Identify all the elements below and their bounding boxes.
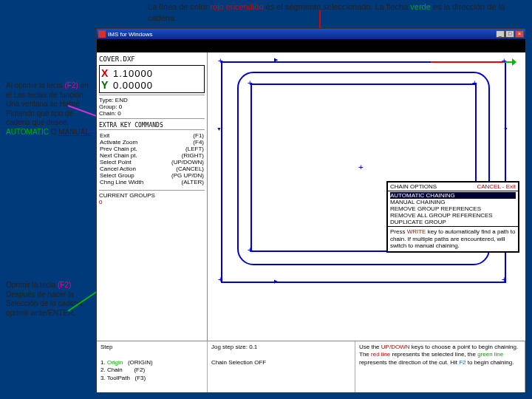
popup-options: AUTOMATIC CHAINING MANUAL CHAINING REMOV… xyxy=(388,191,518,226)
bottom-panel: Step 1. Origin (ORIGIN) 2. Chain (F2) 3.… xyxy=(97,341,525,392)
option-manual-chain[interactable]: MANUAL CHAINING xyxy=(390,199,516,205)
step-list: Step 1. Origin (ORIGIN) 2. Chain (F2) 3.… xyxy=(97,341,208,392)
meta-box: Type: END Group: 0 Chain: 0 xyxy=(99,95,205,119)
popup-title: CHAIN OPTIONS xyxy=(390,183,437,190)
coord-y-value: 0.00000 xyxy=(113,80,153,91)
app-window: IMS for Windows _ □ × COVER.DXF X1.10000… xyxy=(96,28,526,392)
marker-tri: ▼ xyxy=(503,126,508,132)
option-remove-all-refs[interactable]: REMOVE ALL GROUP REFERENCES xyxy=(390,212,516,219)
green-text: verde xyxy=(410,2,431,11)
close-button[interactable]: × xyxy=(515,30,524,38)
marker-plus: + xyxy=(502,276,507,284)
option-auto-chain[interactable]: AUTOMATIC CHAINING xyxy=(390,192,516,199)
note-left-1: Al oprimir la tecla (F2) en el Las tecla… xyxy=(6,81,95,137)
popup-message: Press WRITE key to automatically find a … xyxy=(388,226,518,251)
marker-plus: + xyxy=(218,276,223,284)
coord-x-value: 1.10000 xyxy=(113,68,153,79)
marker-plus: + xyxy=(502,57,507,65)
jog-info: Jog step size: 0.1 Chain Selection OFF xyxy=(208,341,355,392)
keys-list: Exit(F1) Activate Zoom(F4) Prev Chain pt… xyxy=(99,132,205,185)
app-topbar xyxy=(97,39,525,52)
caption-top: La línea de color rojo encendido es el s… xyxy=(148,1,525,24)
left-panel: COVER.DXF X1.10000 Y0.00000 Type: END Gr… xyxy=(97,52,208,341)
marker-plus: + xyxy=(248,246,253,254)
marker-plus: + xyxy=(248,79,253,87)
coord-y-label: Y xyxy=(101,79,110,91)
option-duplicate-group[interactable]: DUPLICATE GROUP xyxy=(390,219,516,225)
selected-segment xyxy=(431,61,506,63)
current-groups: CURRENT GROUPS 0 xyxy=(99,190,205,205)
coord-box: X1.10000 Y0.00000 xyxy=(99,65,205,93)
marker-tri: ▶ xyxy=(274,279,278,284)
chain-options-popup: CHAIN OPTIONS CANCEL - Exit AUTOMATIC CH… xyxy=(386,181,519,253)
marker-plus: + xyxy=(358,163,364,171)
maximize-button[interactable]: □ xyxy=(505,30,514,38)
hint-text: Use the UP/DOWN keys to choose a point t… xyxy=(355,341,525,392)
file-name: COVER.DXF xyxy=(99,55,205,64)
marker-plus: + xyxy=(472,79,477,87)
titlebar: IMS for Windows _ □ × xyxy=(97,29,525,39)
marker-plus: + xyxy=(218,57,223,65)
coord-x-label: X xyxy=(101,67,110,79)
note-left-2: Oprimir la tecla (F2) Después de hacer l… xyxy=(6,281,95,318)
drawing-canvas[interactable]: + + + + + + + + + ▶ ▶ ▼ ▼ CHAIN OPTIONS … xyxy=(208,52,525,341)
app-icon xyxy=(98,30,106,38)
minimize-button[interactable]: _ xyxy=(496,30,505,38)
window-title: IMS for Windows xyxy=(108,31,496,38)
red-text: rojo encendido xyxy=(210,2,263,11)
marker-tri: ▼ xyxy=(216,126,222,132)
option-remove-refs[interactable]: REMOVE GROUP REFERENCES xyxy=(390,205,516,212)
marker-tri: ▶ xyxy=(274,57,278,63)
popup-cancel[interactable]: CANCEL - Exit xyxy=(477,183,516,190)
keys-header: EXTRA KEY COMMANDS xyxy=(99,122,205,130)
